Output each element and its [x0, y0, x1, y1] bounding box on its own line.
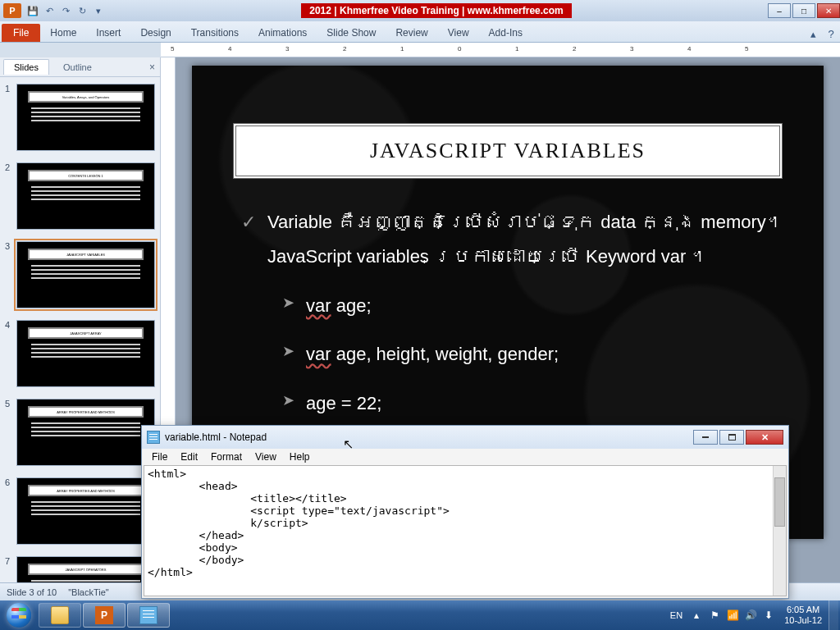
horizontal-ruler[interactable]: 54321012345: [161, 43, 840, 57]
thumbnail-preview: Variables, Arrays, and Operators: [16, 84, 155, 151]
thumbnail-number: 5: [5, 399, 16, 466]
arrow-icon: ➤: [282, 289, 294, 323]
notepad-close-button[interactable]: ✕: [746, 430, 783, 445]
ribbon-minimize-button[interactable]: ▴: [804, 25, 822, 42]
slide-thumbnail[interactable]: 5ARRAY PROPERTIES AND METHODS: [0, 397, 160, 468]
notepad-menu-edit[interactable]: Edit: [176, 450, 203, 463]
window-maximize-button[interactable]: □: [792, 3, 815, 18]
thumbnail-preview: CONTENTS LESSON 1: [16, 162, 155, 230]
tab-review[interactable]: Review: [386, 24, 437, 42]
window-title: 2012 | Khmerfree Video Training | www.kh…: [301, 3, 572, 18]
scrollbar-thumb[interactable]: [774, 477, 785, 527]
thumbnail-title: JAVASCRIPT OPERATORS: [28, 564, 143, 575]
slide-thumbnail[interactable]: 2CONTENTS LESSON 1: [0, 161, 160, 231]
tab-home[interactable]: Home: [40, 24, 86, 42]
quick-access-toolbar: P 💾 ↶ ↷ ↻ ▾ 2012 | Khmerfree Video Train…: [0, 0, 840, 21]
notepad-text-area[interactable]: <html> <head> <title></title> <script ty…: [144, 465, 787, 596]
notepad-title: variable.html - Notepad: [165, 431, 692, 443]
slide-body[interactable]: ✓ Variable គឺអញ្ញាត្តិប្រើសំរាប់ផ្ទុក da…: [241, 205, 791, 421]
notepad-icon: [147, 431, 160, 444]
slide-title-box[interactable]: JAVASCRIPT VARIABLES: [233, 123, 783, 179]
slide-bullet-3: age = 22;: [306, 386, 381, 421]
tab-insert[interactable]: Insert: [86, 24, 130, 42]
thumbnail-preview: JAVASCRIPT ARRAY: [16, 320, 155, 387]
tray-dropbox-icon[interactable]: ⬇: [762, 609, 775, 622]
tab-addins[interactable]: Add-Ins: [479, 24, 532, 42]
clock-time: 6:05 AM: [784, 605, 822, 615]
thumbnail-number: 6: [5, 477, 16, 545]
notepad-menu-bar: File Edit Format View Help: [142, 449, 788, 465]
clock-date: 10-Jul-12: [784, 615, 822, 626]
close-thumbnails-button[interactable]: ×: [149, 62, 155, 73]
title-bar: 2012 | Khmerfree Video Training | www.kh…: [107, 3, 766, 18]
taskbar: P EN ▴ ⚑ 📶 🔊 ⬇ 6:05 AM 10-Jul-12: [0, 600, 840, 630]
slide-paragraph: Variable គឺអញ្ញាត្តិប្រើសំរាប់ផ្ទុក data…: [267, 205, 784, 274]
notepad-titlebar[interactable]: variable.html - Notepad ✕: [142, 426, 788, 449]
explorer-icon: [51, 606, 69, 624]
tab-view[interactable]: View: [438, 24, 479, 42]
file-tab[interactable]: File: [2, 24, 40, 42]
powerpoint-icon: P: [95, 606, 113, 624]
tray-network-icon[interactable]: 📶: [726, 609, 739, 622]
taskbar-powerpoint-button[interactable]: P: [83, 603, 126, 628]
thumbnail-title: ARRAY PROPERTIES AND METHODS: [28, 485, 143, 496]
slide-bullet-2: var age, height, weight, gender;: [306, 337, 559, 372]
notepad-scrollbar[interactable]: [773, 466, 786, 596]
slide-thumbnail[interactable]: 7JAVASCRIPT OPERATORS: [0, 555, 160, 582]
taskbar-clock[interactable]: 6:05 AM 10-Jul-12: [778, 605, 829, 626]
ribbon-help-button[interactable]: ?: [822, 25, 840, 42]
tray-show-hidden-icon[interactable]: ▴: [690, 609, 703, 622]
qat-undo-button[interactable]: ↶: [42, 3, 57, 18]
slide-thumbnail[interactable]: 1Variables, Arrays, and Operators: [0, 82, 160, 153]
taskbar-notepad-button[interactable]: [127, 603, 170, 628]
notepad-icon: [139, 606, 158, 624]
thumbnail-number: 4: [5, 320, 16, 387]
notepad-window[interactable]: variable.html - Notepad ✕ File Edit Form…: [141, 425, 789, 599]
qat-refresh-button[interactable]: ↻: [75, 3, 89, 18]
start-button[interactable]: [0, 600, 38, 630]
language-indicator[interactable]: EN: [665, 608, 687, 623]
tab-transitions[interactable]: Transitions: [181, 24, 249, 42]
show-desktop-button[interactable]: [829, 600, 838, 630]
thumbnail-number: 1: [5, 84, 16, 151]
thumbnail-number: 3: [5, 241, 16, 308]
slide-thumbnail[interactable]: 4JAVASCRIPT ARRAY: [0, 318, 160, 389]
tab-outline[interactable]: Outline: [52, 59, 103, 75]
tab-slides-thumbnails[interactable]: Slides: [3, 59, 49, 75]
window-minimize-button[interactable]: –: [768, 3, 791, 18]
thumbnail-title: CONTENTS LESSON 1: [28, 170, 143, 181]
thumbnail-title: Variables, Arrays, and Operators: [28, 91, 143, 103]
thumbnail-title: JAVASCRIPT ARRAY: [28, 327, 143, 339]
tab-animations[interactable]: Animations: [249, 24, 317, 42]
arrow-icon: ➤: [282, 337, 294, 372]
thumbnail-preview: JAVASCRIPT VARIABLES: [16, 241, 155, 308]
qat-customize-button[interactable]: ▾: [91, 3, 106, 18]
tray-action-center-icon[interactable]: ⚑: [708, 609, 721, 622]
qat-redo-button[interactable]: ↷: [58, 3, 73, 18]
checkmark-icon: ✓: [241, 205, 256, 274]
slide-title-text: JAVASCRIPT VARIABLES: [370, 139, 646, 163]
slide-thumbnail[interactable]: 3JAVASCRIPT VARIABLES: [0, 240, 160, 310]
thumbnail-title: ARRAY PROPERTIES AND METHODS: [28, 406, 143, 418]
tab-slideshow[interactable]: Slide Show: [317, 24, 386, 42]
thumbnails-list: 1Variables, Arrays, and Operators2CONTEN…: [0, 77, 160, 582]
window-close-button[interactable]: ✕: [817, 3, 840, 18]
status-theme: "BlackTie": [68, 587, 109, 597]
notepad-menu-file[interactable]: File: [147, 450, 172, 463]
thumbnail-title: JAVASCRIPT VARIABLES: [28, 249, 143, 260]
notepad-minimize-button[interactable]: [693, 430, 718, 445]
slide-bullet-1: var age;: [306, 289, 372, 323]
status-slide-number: Slide 3 of 10: [7, 587, 57, 597]
notepad-maximize-button[interactable]: [719, 430, 744, 445]
thumbnail-preview: JAVASCRIPT OPERATORS: [16, 556, 155, 582]
qat-save-button[interactable]: 💾: [25, 3, 40, 18]
tray-volume-icon[interactable]: 🔊: [744, 609, 757, 622]
taskbar-explorer-button[interactable]: [39, 603, 81, 628]
slide-thumbnail[interactable]: 6ARRAY PROPERTIES AND METHODS: [0, 476, 160, 546]
notepad-menu-help[interactable]: Help: [285, 450, 315, 463]
thumbnail-number: 2: [5, 162, 16, 230]
ribbon-tabs: File Home Insert Design Transitions Anim…: [0, 21, 840, 43]
tab-design[interactable]: Design: [130, 24, 180, 42]
notepad-menu-view[interactable]: View: [250, 450, 281, 463]
notepad-menu-format[interactable]: Format: [206, 450, 247, 463]
